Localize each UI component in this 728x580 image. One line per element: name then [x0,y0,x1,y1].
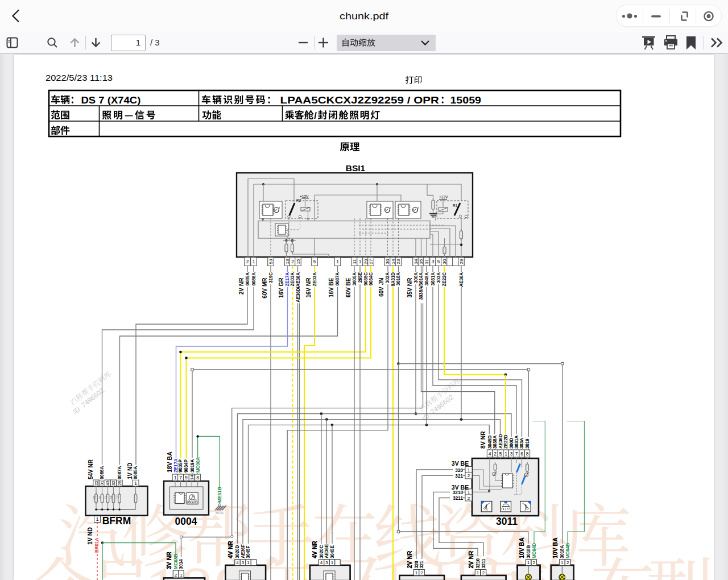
svg-text:14: 14 [391,259,396,264]
svg-text:7: 7 [179,475,182,480]
svg-text:15: 15 [296,259,301,264]
svg-text:2: 2 [482,570,485,575]
svg-text:BFRM: BFRM [102,515,131,527]
svg-text:31: 31 [424,259,429,264]
svg-text:3018A: 3018A [396,272,401,285]
svg-text:10V BA: 10V BA [518,537,525,558]
svg-text:9: 9 [185,475,188,480]
svg-text:8V NR: 8V NR [479,431,486,449]
svg-text:29: 29 [459,259,464,264]
svg-text:3V NR: 3V NR [166,552,172,569]
svg-text:15059: 15059 [450,95,481,105]
svg-text:60V JN: 60V JN [378,278,384,297]
svg-text:4: 4 [489,451,491,457]
svg-text:302A: 302A [385,272,390,283]
svg-text:3045F: 3045F [246,546,251,558]
svg-text:R2: R2 [296,198,301,202]
svg-text:LPAA5CKCXJ2Z92259 / OPR: LPAA5CKCXJ2Z92259 / OPR [280,95,440,105]
svg-text:9034P: 9034P [184,459,189,473]
svg-text:53: 53 [268,259,274,264]
svg-text:5: 5 [313,259,316,264]
svg-text:AE36E: AE36E [324,544,329,558]
svg-text:/ 3: / 3 [150,38,160,47]
svg-text:3210: 3210 [453,490,464,495]
svg-text:300D: 300D [509,438,514,449]
svg-text:2: 2 [291,259,294,264]
svg-text:ZE22D: ZE22D [503,434,508,449]
svg-text:2V NR: 2V NR [406,550,413,568]
svg-text:32: 32 [111,480,116,486]
svg-text:3: 3 [325,560,328,565]
svg-text:3: 3 [242,560,245,565]
svg-text:321: 321 [419,561,424,569]
svg-text:8: 8 [196,475,199,480]
svg-text:MC64D: MC64D [532,543,537,558]
svg-text:AE36D/AE36A: AE36D/AE36A [296,272,301,303]
svg-text:R1: R1 [453,204,458,208]
svg-text:3018B: 3018B [526,545,531,558]
svg-text:27: 27 [369,259,374,264]
svg-text:34: 34 [413,259,419,264]
svg-text:9034C: 9034C [369,272,374,285]
svg-text:0004: 0004 [175,516,197,527]
svg-text:F4: F4 [110,496,113,499]
svg-text:4: 4 [320,560,323,565]
svg-text:0086A: 0086A [251,272,257,285]
svg-text:60V MR: 60V MR [262,277,268,299]
svg-text:MC68B: MC68B [173,554,179,569]
svg-text:319C: 319C [268,272,274,283]
svg-text:ZE03A: ZE03A [312,272,317,287]
svg-text:4V NR: 4V NR [311,541,318,558]
svg-text:2: 2 [468,496,470,501]
svg-text:320: 320 [455,468,463,473]
svg-text:3020C: 3020C [319,545,324,558]
svg-text:3: 3 [510,451,513,457]
svg-text:1: 1 [136,38,140,47]
svg-text:2: 2 [468,473,470,478]
svg-text:1: 1 [180,573,183,578]
svg-text:1: 1 [468,467,470,473]
svg-text:MC64B: MC64B [565,543,570,558]
svg-text:3005A: 3005A [352,272,357,285]
svg-text:30: 30 [442,259,447,264]
svg-text:7: 7 [515,451,518,457]
svg-text:1V ND: 1V ND [86,527,93,545]
svg-text:3011: 3011 [496,516,518,527]
svg-text:BSI1: BSI1 [346,163,366,173]
svg-text:ME51B: ME51B [217,487,222,503]
svg-text:3031A: 3031A [514,436,519,449]
svg-text:DS 7 (X74C): DS 7 (X74C) [81,95,140,105]
svg-text:1: 1 [504,451,507,457]
svg-text:9035P: 9035P [178,459,183,473]
svg-text:1: 1 [336,259,339,264]
svg-text:60V BE: 60V BE [345,277,351,297]
svg-text:54V NR: 54V NR [88,459,94,479]
svg-text:303A: 303A [519,438,524,449]
svg-text:303A: 303A [436,272,441,283]
svg-text:23: 23 [396,259,401,264]
svg-text:2: 2 [175,573,177,578]
svg-text:F2: F2 [104,496,107,499]
svg-text:3014: 3014 [179,559,184,569]
svg-text:/: / [314,110,317,121]
svg-text:25: 25 [117,480,122,486]
svg-text:10V BA: 10V BA [552,537,559,558]
svg-text:ZE03A: ZE03A [290,272,295,287]
svg-text:35V NR: 35V NR [407,277,413,298]
svg-text:1: 1 [253,259,255,264]
svg-text:2: 2 [494,451,497,457]
svg-text:3: 3 [432,259,435,264]
svg-text:0085A: 0085A [133,466,138,479]
svg-text:0087A: 0087A [335,272,340,285]
svg-text:3045A: 3045A [424,272,429,285]
svg-text:3019: 3019 [525,438,530,449]
svg-text:22: 22 [94,480,99,486]
svg-text:0085A: 0085A [245,272,250,285]
svg-text:2V NR: 2V NR [468,550,474,568]
svg-text:F5: F5 [98,496,102,499]
svg-text:AE36D: AE36D [498,434,503,449]
svg-text:1: 1 [477,570,479,575]
svg-text:2: 2 [420,570,423,575]
svg-text:3038A: 3038A [493,436,498,449]
svg-text:MC00A: MC00A [196,457,201,473]
